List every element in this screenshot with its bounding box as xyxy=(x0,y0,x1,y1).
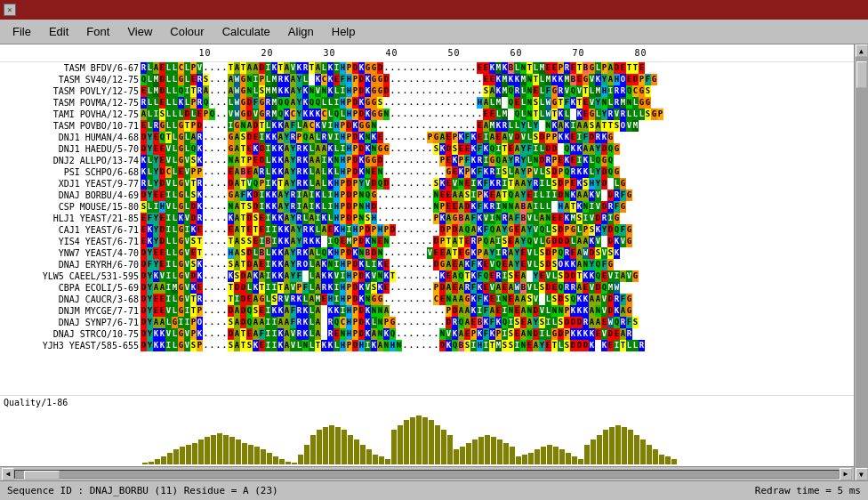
aa-cell: T xyxy=(184,120,190,132)
aa-cell: D xyxy=(159,85,165,97)
aa-cell: K xyxy=(371,340,377,351)
aa-cell: E xyxy=(489,270,495,282)
aa-cell: E xyxy=(228,224,234,236)
aa-cell: L xyxy=(321,178,327,190)
aa-cell: L xyxy=(309,340,315,351)
aa-cell: R xyxy=(464,282,470,294)
aa-cell: . xyxy=(390,247,396,259)
aa-cell: E xyxy=(464,328,470,340)
aa-cell: P xyxy=(657,109,663,120)
aa-cell: . xyxy=(209,224,215,236)
menu-align[interactable]: Align xyxy=(279,21,323,42)
aa-cell: K xyxy=(470,270,477,282)
aa-cell: A xyxy=(159,317,165,328)
aa-cell: V xyxy=(533,236,539,247)
horizontal-scrollbar[interactable]: ◀ ▶ xyxy=(0,466,854,480)
aa-cell: . xyxy=(421,259,427,270)
aa-cell: S xyxy=(246,201,253,213)
aa-cell: A xyxy=(234,190,240,201)
aa-cell: C xyxy=(309,120,315,132)
aa-cell: G xyxy=(439,259,446,270)
aa-cell: D xyxy=(352,259,358,270)
aa-cell: Q xyxy=(377,178,383,190)
vertical-scrollbar[interactable]: ▲ ▼ xyxy=(854,44,868,480)
aa-cell: Y xyxy=(147,328,153,340)
scroll-down-button[interactable]: ▼ xyxy=(856,468,868,480)
aa-cell: L xyxy=(551,270,558,282)
aa-cell: L xyxy=(147,120,153,132)
aa-cell: S xyxy=(365,213,371,224)
aa-cell: . xyxy=(221,259,228,270)
aa-cell: . xyxy=(408,155,414,166)
menu-help[interactable]: Help xyxy=(323,21,365,42)
aa-cell: Q xyxy=(502,317,508,328)
aa-cell: D xyxy=(601,166,607,178)
aa-cell: . xyxy=(215,132,221,143)
aa-cell: A xyxy=(284,305,290,317)
scroll-left-button[interactable]: ◀ xyxy=(2,468,14,480)
aa-cell: S xyxy=(533,132,539,143)
aa-cell: V xyxy=(327,132,334,143)
aa-cell: D xyxy=(545,143,551,155)
aa-cell: K xyxy=(277,143,284,155)
scroll-thumb-v[interactable] xyxy=(856,61,867,88)
aa-cell: R xyxy=(570,166,576,178)
menu-calculate[interactable]: Calculate xyxy=(213,21,279,42)
aa-cell xyxy=(539,294,545,305)
menu-edit[interactable]: Edit xyxy=(40,21,77,42)
quality-bar xyxy=(292,463,297,464)
quality-bar xyxy=(261,449,266,464)
aa-cell: D xyxy=(228,305,234,317)
aa-cell: I xyxy=(309,190,315,201)
aa-cell: K xyxy=(271,178,277,190)
aa-cell: R xyxy=(639,340,645,351)
aa-cell: N xyxy=(358,213,365,224)
aa-cell: F xyxy=(483,224,489,236)
aa-cell: Y xyxy=(153,166,159,178)
aa-cell: . xyxy=(458,109,464,120)
aa-cell: N xyxy=(246,74,253,85)
aa-cell: V xyxy=(184,178,190,190)
menu-colour[interactable]: Colour xyxy=(161,21,213,42)
menu-view[interactable]: View xyxy=(118,21,161,42)
aa-cell: . xyxy=(396,317,402,328)
aa-cell: A xyxy=(315,178,321,190)
aa-cell: . xyxy=(421,305,427,317)
scroll-thumb[interactable] xyxy=(24,471,60,480)
aa-cell: D xyxy=(383,74,390,85)
aa-cell: D xyxy=(346,201,352,213)
aa-cell: A xyxy=(309,132,315,143)
aa-cell: K xyxy=(470,305,477,317)
aa-cell: F xyxy=(526,143,533,155)
menu-font[interactable]: Font xyxy=(77,21,118,42)
scroll-right-button[interactable]: ▶ xyxy=(840,468,852,480)
scroll-track[interactable] xyxy=(14,470,840,479)
aa-cell: G xyxy=(234,120,240,132)
aa-cell: . xyxy=(421,236,427,247)
aa-cell: A xyxy=(315,259,321,270)
aa-cell: . xyxy=(427,190,433,201)
aa-cell: M xyxy=(172,282,178,294)
table-row: DNJ1 HAEDU/5-70DYEEVLGLQK....GATEKDIKKAY… xyxy=(0,143,854,155)
aa-cell: L xyxy=(246,282,253,294)
aa-cell: . xyxy=(427,236,433,247)
sequence-viewer[interactable]: TASM BFDV/6-67RLAELLCLPV....TATAADIKTAVK… xyxy=(0,62,854,395)
scroll-track-v[interactable] xyxy=(856,57,868,468)
aa-cell: V xyxy=(165,305,172,317)
scroll-up-button[interactable]: ▲ xyxy=(856,44,868,57)
menu-file[interactable]: File xyxy=(4,21,40,42)
aa-cell: L xyxy=(576,224,583,236)
aa-cell: L xyxy=(533,213,539,224)
aa-cell: K xyxy=(271,120,277,132)
close-button[interactable]: × xyxy=(4,4,16,16)
aa-cell: Y xyxy=(147,143,153,155)
aa-cell: . xyxy=(464,109,470,120)
aa-cell: . xyxy=(477,109,483,120)
seq-chars: DYEEILGLSK....GAFKDIKKAYRIAIKLIHPDPNQG..… xyxy=(141,190,632,201)
aa-cell: L xyxy=(334,340,340,351)
aa-cell: L xyxy=(589,85,595,97)
aa-cell: I xyxy=(551,190,558,201)
aa-cell: R xyxy=(564,247,570,259)
aa-cell: D xyxy=(141,340,147,351)
aa-cell: L xyxy=(564,109,570,120)
